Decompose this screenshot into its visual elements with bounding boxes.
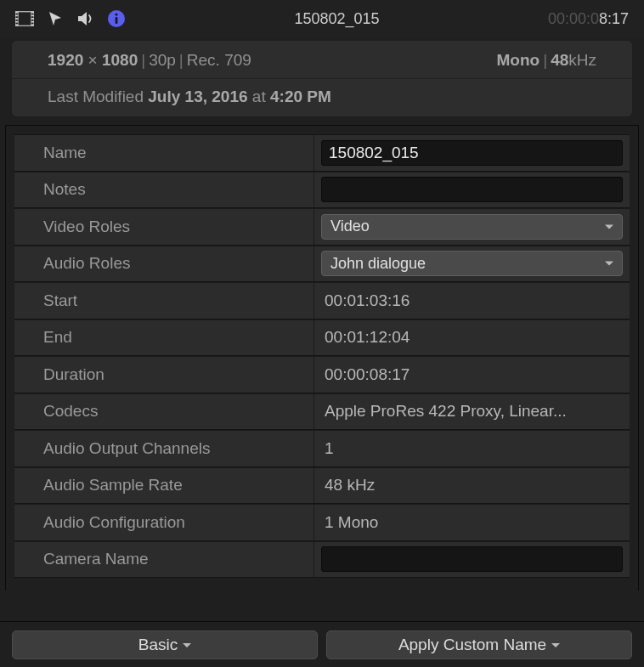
last-modified: Last Modified July 13, 2016 at 4:20 PM [48, 88, 331, 106]
row-codecs: Codecs Apple ProRes 422 Proxy, Linear... [14, 393, 630, 431]
video-format: 1920 × 1080|30p|Rec. 709 [48, 51, 251, 70]
svg-rect-3 [15, 14, 18, 15]
label-audio-sample-rate: Audio Sample Rate [14, 476, 314, 495]
speaker-icon[interactable] [76, 9, 95, 28]
inspector-toolbar: 150802_015 00:00:08:17 [0, 0, 644, 37]
svg-rect-4 [15, 16, 18, 18]
row-audio-channels: Audio Output Channels 1 [14, 430, 630, 467]
row-start: Start 00:01:03:16 [14, 282, 630, 319]
row-end: End 00:01:12:04 [14, 319, 630, 357]
chevron-down-icon [183, 643, 191, 647]
label-audio-config: Audio Configuration [14, 513, 314, 532]
audio-sample-rate-value: 48 kHz [321, 476, 375, 495]
audio-format: Mono|48kHz [497, 51, 596, 70]
property-list: Name Notes Video Roles Video Audio Roles [6, 126, 638, 578]
apply-custom-name-button[interactable]: Apply Custom Name [326, 630, 632, 659]
inspector-footer: Basic Apply Custom Name [0, 621, 644, 667]
start-value: 00:01:03:16 [321, 291, 410, 310]
row-audio-roles: Audio Roles John dialogue [14, 246, 630, 283]
label-notes: Notes [14, 180, 314, 199]
row-duration: Duration 00:00:08:17 [14, 356, 630, 393]
svg-rect-5 [15, 20, 18, 21]
filmstrip-icon[interactable] [15, 9, 34, 28]
label-duration: Duration [14, 365, 314, 384]
duration-value: 00:00:08:17 [321, 365, 410, 384]
row-video-roles: Video Roles Video [14, 208, 630, 246]
label-audio-roles: Audio Roles [14, 254, 314, 273]
row-name: Name [14, 134, 630, 172]
label-end: End [14, 328, 314, 347]
svg-rect-10 [31, 23, 34, 25]
label-video-roles: Video Roles [14, 218, 314, 236]
row-audio-config: Audio Configuration 1 Mono [14, 504, 630, 541]
camera-name-input[interactable] [321, 546, 623, 572]
clip-title: 150802_015 [126, 10, 548, 28]
label-camera-name: Camera Name [14, 550, 314, 568]
summary-format-row: 1920 × 1080|30p|Rec. 709 Mono|48kHz [12, 41, 632, 78]
inspector-tabs [15, 9, 126, 28]
cursor-icon[interactable] [46, 9, 65, 28]
name-input[interactable] [321, 140, 623, 166]
svg-rect-6 [15, 23, 18, 25]
audio-channels-value: 1 [321, 439, 334, 458]
chevron-down-icon [551, 643, 560, 647]
label-audio-channels: Audio Output Channels [14, 439, 314, 458]
row-notes: Notes [14, 172, 630, 209]
svg-rect-13 [116, 17, 118, 24]
label-start: Start [14, 291, 314, 310]
row-audio-sample-rate: Audio Sample Rate 48 kHz [14, 467, 630, 505]
clip-summary: 1920 × 1080|30p|Rec. 709 Mono|48kHz Last… [12, 41, 632, 116]
end-value: 00:01:12:04 [321, 328, 410, 347]
row-camera-name: Camera Name [14, 541, 630, 579]
timecode-display: 00:00:08:17 [548, 10, 629, 28]
svg-rect-7 [31, 14, 34, 15]
metadata-view-button[interactable]: Basic [12, 630, 318, 659]
timecode-leading: 00:00:0 [548, 10, 599, 27]
timecode-value: 8:17 [599, 10, 629, 27]
notes-input[interactable] [321, 177, 623, 202]
audio-config-value: 1 Mono [321, 513, 378, 532]
video-roles-select[interactable]: Video [321, 214, 623, 240]
svg-rect-8 [31, 16, 34, 18]
label-name: Name [14, 144, 314, 162]
info-icon[interactable] [107, 9, 126, 28]
inspector-panel: Name Notes Video Roles Video Audio Roles [5, 125, 639, 591]
label-codecs: Codecs [14, 402, 314, 421]
svg-point-12 [115, 13, 117, 15]
audio-roles-select[interactable]: John dialogue [321, 251, 623, 276]
codecs-value: Apple ProRes 422 Proxy, Linear... [321, 402, 567, 421]
svg-rect-9 [31, 20, 34, 21]
summary-modified-row: Last Modified July 13, 2016 at 4:20 PM [12, 78, 632, 116]
